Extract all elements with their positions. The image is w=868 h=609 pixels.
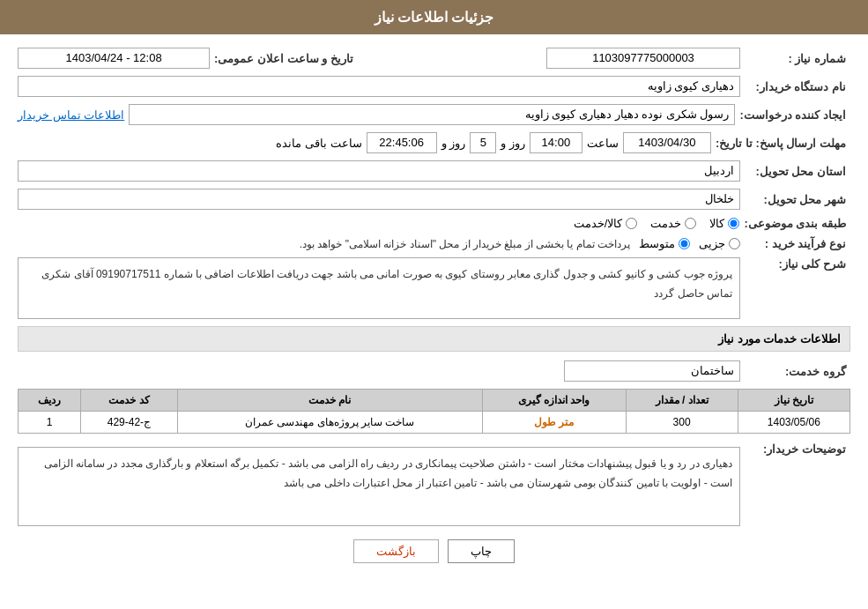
group-service-value: ساختمان bbox=[564, 360, 740, 382]
category-kala-label: کالا bbox=[709, 217, 724, 230]
buyer-desc-row: توضیحات خریدار: دهیاری در رد و یا قبول پ… bbox=[18, 442, 850, 526]
category-row: طبقه بندی موضوعی: کالا/خدمت خدمت کالا bbox=[18, 217, 850, 230]
services-section-title: اطلاعات خدمات مورد نیاز bbox=[18, 326, 850, 352]
buyer-desc-label: توضیحات خریدار: bbox=[745, 442, 850, 456]
deadline-remaining: 22:45:06 bbox=[367, 132, 437, 153]
category-option-kala[interactable]: کالا bbox=[709, 217, 739, 230]
province-row: استان محل تحویل: اردبیل bbox=[18, 160, 850, 182]
deadline-time: 14:00 bbox=[530, 132, 582, 153]
process-radio-jozi[interactable] bbox=[729, 238, 740, 249]
province-value: اردبیل bbox=[18, 160, 740, 182]
col-quantity: تعداد / مقدار bbox=[626, 390, 738, 412]
description-label: شرح کلی نیاز: bbox=[745, 257, 850, 271]
group-service-label: گروه خدمت: bbox=[745, 365, 850, 378]
services-table: تاریخ نیاز تعداد / مقدار واحد اندازه گیر… bbox=[18, 389, 850, 434]
need-number-value: 1103097775000003 bbox=[546, 48, 740, 69]
description-row: شرح کلی نیاز: پروژه جوب کشی و کانیو کشی … bbox=[18, 257, 850, 319]
need-number-row: شماره نیاز : 1103097775000003 تاریخ و سا… bbox=[18, 48, 850, 69]
creator-value: رسول شکری نوده دهیار دهیاری کیوی زاویه bbox=[129, 104, 735, 125]
buyer-station-label: نام دستگاه خریدار: bbox=[745, 80, 850, 93]
page-header: جزئیات اطلاعات نیاز bbox=[0, 0, 868, 34]
process-row: نوع فرآیند خرید : جزیی متوسط پرداخت تمام… bbox=[18, 237, 850, 250]
process-options: جزیی متوسط پرداخت تمام یا بخشی از مبلغ خ… bbox=[18, 237, 740, 250]
col-unit: واحد اندازه گیری bbox=[482, 390, 626, 412]
creator-row: ایجاد کننده درخواست: رسول شکری نوده دهیا… bbox=[18, 104, 850, 125]
category-radio-kala-khedmat[interactable] bbox=[626, 218, 637, 229]
content-area: شماره نیاز : 1103097775000003 تاریخ و سا… bbox=[0, 34, 868, 590]
deadline-days-label: روز و bbox=[501, 137, 525, 150]
buyer-station-row: نام دستگاه خریدار: دهیاری کیوی زاویه bbox=[18, 76, 850, 97]
col-service-code: کد خدمت bbox=[81, 390, 178, 412]
group-service-row: گروه خدمت: ساختمان bbox=[18, 360, 850, 382]
description-text: پروژه جوب کشی و کانیو کشی و جدول گذاری م… bbox=[18, 257, 740, 319]
back-button[interactable]: بازگشت bbox=[353, 539, 439, 563]
col-date: تاریخ نیاز bbox=[738, 390, 849, 412]
page-container: جزئیات اطلاعات نیاز شماره نیاز : 1103097… bbox=[0, 0, 868, 609]
deadline-date: 1403/04/30 bbox=[623, 132, 711, 153]
category-kala-khedmat-label: کالا/خدمت bbox=[574, 217, 623, 230]
process-jozi-label: جزیی bbox=[699, 237, 725, 250]
deadline-remaining-label: ساعت باقی مانده bbox=[276, 137, 361, 150]
buttons-row: چاپ بازگشت bbox=[18, 539, 850, 563]
deadline-row: مهلت ارسال پاسخ: تا تاریخ: 1403/04/30 سا… bbox=[18, 132, 850, 153]
city-value: خلخال bbox=[18, 189, 740, 210]
cell-date: 1403/05/06 bbox=[738, 412, 849, 434]
col-row-num: ردیف bbox=[19, 390, 81, 412]
process-label: نوع فرآیند خرید : bbox=[745, 237, 850, 250]
cell-row-num: 1 bbox=[19, 412, 81, 434]
page-title: جزئیات اطلاعات نیاز bbox=[375, 10, 494, 25]
need-number-label: شماره نیاز : bbox=[745, 52, 850, 65]
process-option-mota[interactable]: متوسط bbox=[639, 237, 690, 250]
cell-unit: متر طول bbox=[482, 412, 626, 434]
deadline-label: مهلت ارسال پاسخ: تا تاریخ: bbox=[716, 137, 850, 150]
announce-date-value: 1403/04/24 - 12:08 bbox=[18, 48, 210, 69]
category-label: طبقه بندی موضوعی: bbox=[744, 217, 850, 230]
cell-quantity: 300 bbox=[626, 412, 738, 434]
cell-service-code: ج-42-429 bbox=[81, 412, 178, 434]
table-header-row: تاریخ نیاز تعداد / مقدار واحد اندازه گیر… bbox=[19, 390, 850, 412]
process-mota-label: متوسط bbox=[639, 237, 675, 250]
process-option-jozi[interactable]: جزیی bbox=[699, 237, 740, 250]
table-row: 1403/05/06 300 متر طول ساخت سایر پروژه‌ه… bbox=[19, 412, 850, 434]
category-radio-khedmat[interactable] bbox=[685, 218, 696, 229]
col-service-name: نام خدمت bbox=[177, 390, 482, 412]
city-row: شهر محل تحویل: خلخال bbox=[18, 189, 850, 210]
category-radio-group: کالا/خدمت خدمت کالا bbox=[574, 217, 740, 230]
deadline-time-label: ساعت bbox=[587, 137, 619, 150]
deadline-remaining-label-pre: روز و bbox=[441, 137, 466, 150]
category-radio-kala[interactable] bbox=[728, 218, 739, 229]
buyer-desc-text: دهیاری در رد و یا قبول پیشنهادات مختار ا… bbox=[18, 447, 740, 526]
deadline-days: 5 bbox=[470, 132, 496, 153]
city-label: شهر محل تحویل: bbox=[745, 193, 850, 206]
print-button[interactable]: چاپ bbox=[448, 539, 515, 563]
category-option-kala-khedmat[interactable]: کالا/خدمت bbox=[574, 217, 638, 230]
category-option-khedmat[interactable]: خدمت bbox=[650, 217, 696, 230]
creator-link[interactable]: اطلاعات تماس خریدار bbox=[18, 108, 124, 122]
buyer-station-value: دهیاری کیوی زاویه bbox=[18, 76, 740, 97]
announce-date-label: تاریخ و ساعت اعلان عمومی: bbox=[214, 52, 358, 65]
province-label: استان محل تحویل: bbox=[745, 165, 850, 178]
creator-label: ایجاد کننده درخواست: bbox=[739, 108, 850, 122]
process-radio-mota[interactable] bbox=[679, 238, 690, 249]
payment-text: پرداخت تمام یا بخشی از مبلغ خریدار از مح… bbox=[18, 238, 630, 250]
cell-service-name: ساخت سایر پروژه‌های مهندسی عمران bbox=[177, 412, 482, 434]
category-khedmat-label: خدمت bbox=[650, 217, 681, 230]
